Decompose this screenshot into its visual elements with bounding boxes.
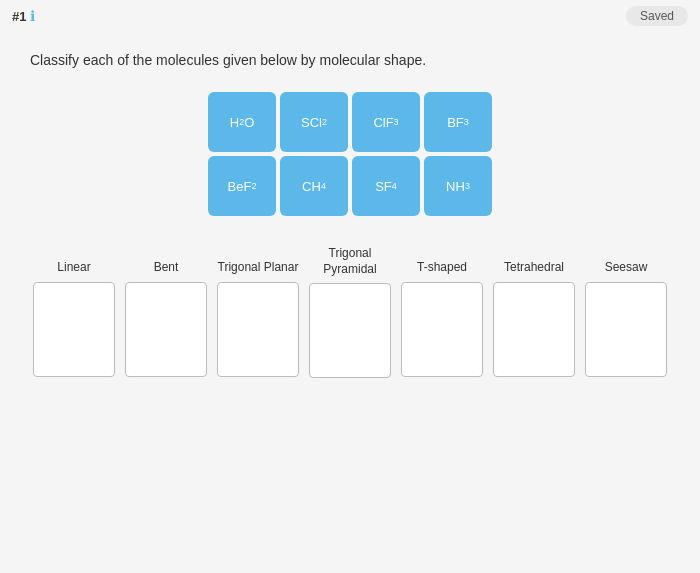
molecule-bef2[interactable]: BeF2	[208, 156, 276, 216]
saved-badge: Saved	[626, 6, 688, 26]
molecule-h2o[interactable]: H2O	[208, 92, 276, 152]
molecules-grid: H2O SCl2 ClF3 BF3 BeF2 CH4 SF4 NH3	[208, 92, 492, 216]
drop-zone-t-shaped[interactable]	[401, 282, 483, 377]
molecule-clf3[interactable]: ClF3	[352, 92, 420, 152]
question-number: #1	[12, 9, 26, 24]
drop-zone-trigonal-pyramidal-container: Trigonal Pyramidal	[309, 246, 391, 378]
molecule-ch4[interactable]: CH4	[280, 156, 348, 216]
instructions-text: Classify each of the molecules given bel…	[30, 52, 670, 68]
drop-zone-tetrahedral-label: Tetrahedral	[504, 246, 564, 276]
drop-zone-trigonal-planar[interactable]	[217, 282, 299, 377]
drop-zone-bent-label: Bent	[154, 246, 179, 276]
drop-zone-tetrahedral[interactable]	[493, 282, 575, 377]
info-icon[interactable]: ℹ	[30, 8, 35, 24]
drop-zones-area: Linear Bent Trigonal Planar Trigonal Pyr…	[30, 246, 670, 378]
drop-zone-trigonal-planar-label: Trigonal Planar	[218, 246, 299, 276]
drop-zone-seesaw[interactable]	[585, 282, 667, 377]
top-bar: #1 ℹ Saved	[0, 0, 700, 32]
drop-zone-linear-container: Linear	[33, 246, 115, 378]
molecule-sf4[interactable]: SF4	[352, 156, 420, 216]
drop-zone-t-shaped-container: T-shaped	[401, 246, 483, 378]
drop-zone-bent[interactable]	[125, 282, 207, 377]
drop-zone-linear[interactable]	[33, 282, 115, 377]
drop-zone-t-shaped-label: T-shaped	[417, 246, 467, 276]
drop-zone-seesaw-label: Seesaw	[605, 246, 648, 276]
main-content: Classify each of the molecules given bel…	[0, 32, 700, 398]
drop-zone-tetrahedral-container: Tetrahedral	[493, 246, 575, 378]
drop-zone-trigonal-pyramidal-label: Trigonal Pyramidal	[309, 246, 391, 277]
molecule-scl2[interactable]: SCl2	[280, 92, 348, 152]
drop-zone-bent-container: Bent	[125, 246, 207, 378]
molecules-area: H2O SCl2 ClF3 BF3 BeF2 CH4 SF4 NH3	[30, 92, 670, 216]
drop-zone-seesaw-container: Seesaw	[585, 246, 667, 378]
drop-zone-trigonal-planar-container: Trigonal Planar	[217, 246, 299, 378]
drop-zone-trigonal-pyramidal[interactable]	[309, 283, 391, 378]
molecule-bf3[interactable]: BF3	[424, 92, 492, 152]
drop-zone-linear-label: Linear	[57, 246, 90, 276]
molecule-nh3[interactable]: NH3	[424, 156, 492, 216]
